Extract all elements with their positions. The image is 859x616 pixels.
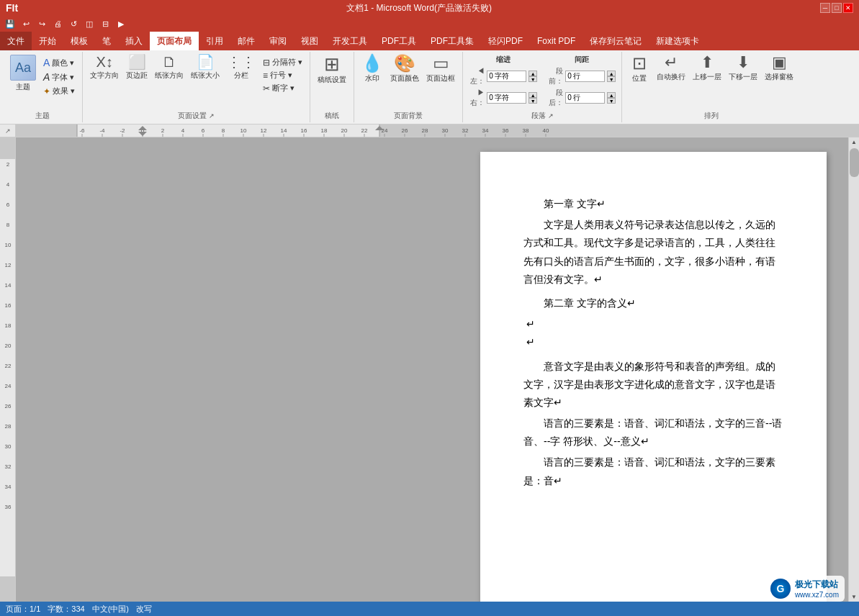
text-direction-button[interactable]: X↕ 文字方向 [87,53,122,82]
menu-file[interactable]: 文件 [0,32,32,50]
margins-button[interactable]: ⬜ 页边距 [123,53,150,82]
menu-view[interactable]: 视图 [294,32,325,50]
indent-left-down[interactable]: ▼ [529,76,537,82]
color-button[interactable]: A 颜色 ▾ [40,56,78,69]
pagecolor-button[interactable]: 🎨 页面颜色 [387,53,422,85]
textwrap-button[interactable]: ↵ 自动换行 [654,53,688,83]
menu-pen[interactable]: 笔 [95,32,118,50]
ruler-corner[interactable]: ↗ [0,124,16,137]
title-bar: FIt 文档1 - Microsoft Word(产品激活失败) ─ □ ✕ [0,0,859,16]
document-page[interactable]: 第一章 文字↵ 文字是人类用表义符号记录表达信息以传之，久远的方式和工具。现代文… [480,152,827,602]
scroll-thumb[interactable] [850,148,859,177]
maximize-button[interactable]: □ [832,3,842,13]
status-words: 字数：334 [48,604,84,615]
position-button[interactable]: ⊡ 位置 [626,53,652,85]
spacing-before-down[interactable]: ▼ [607,76,616,82]
spacing-after-spinner[interactable]: ▲ ▼ [607,92,616,104]
menu-foxit[interactable]: Foxit PDF [530,32,583,50]
left-grey-panel [16,137,480,602]
menu-lightpdf[interactable]: 轻闪PDF [481,32,530,50]
indent-title: 缩进 [469,55,537,65]
watermark-text-block: 极光下载站 www.xz7.com [795,579,839,599]
close-button[interactable]: ✕ [843,3,853,13]
font-button[interactable]: A 字体 ▾ [40,71,78,83]
qa-view[interactable]: ◫ [82,17,96,30]
qa-save[interactable]: 💾 [3,17,17,30]
columns-button[interactable]: ⋮⋮ 分栏 [224,53,258,82]
app-logo: FIt [6,2,18,14]
quick-access-toolbar: 💾 ↩ ↪ 🖨 ↺ ◫ ⊟ ▶ [0,16,859,32]
color-label: 颜色 ▾ [52,58,74,68]
indent-right-down[interactable]: ▼ [529,98,537,104]
qa-redo[interactable]: ↪ [35,17,49,30]
theme-button[interactable]: Aa 主题 [7,53,39,94]
grid-settings-label: 稿纸设置 [318,75,346,85]
minimize-button[interactable]: ─ [820,3,830,13]
svg-text:24: 24 [5,383,12,389]
svg-text:20: 20 [341,127,348,134]
spacing-before-spinner[interactable]: ▲ ▼ [607,71,616,82]
ribbon-group-paragraph: 缩进 ◀左： ▲ ▼ ▶右： ▲ ▼ [463,52,622,122]
qa-more[interactable]: ▶ [114,17,128,30]
indent-left-input[interactable] [487,71,526,82]
document-area[interactable]: 第一章 文字↵ 文字是人类用表义符号记录表达信息以传之，久远的方式和工具。现代文… [16,137,859,602]
pageborder-button[interactable]: ▭ 页面边框 [423,53,458,85]
menu-insert[interactable]: 插入 [118,32,150,50]
grid-settings-button[interactable]: ⊞ 稿纸设置 [315,53,349,86]
orientation-button[interactable]: 🗋 纸张方向 [152,53,186,82]
status-bar: 页面：1/1 字数：334 中文(中国) 改写 [0,602,859,616]
svg-rect-57 [0,576,16,602]
menu-review[interactable]: 审阅 [262,32,294,50]
linenumbers-button[interactable]: ≡ 行号 ▾ [260,69,305,81]
hyphenation-button[interactable]: ✂ 断字 ▾ [260,82,305,94]
qa-print[interactable]: 🖨 [50,17,65,30]
indent-right-input[interactable] [487,92,526,104]
title-bar-controls[interactable]: ─ □ ✕ [820,3,853,13]
selectionpane-button[interactable]: ▣ 选择窗格 [762,53,796,83]
spacing-before-up[interactable]: ▲ [607,71,616,76]
spacing-before-row: 段前： ▲ ▼ [547,66,616,86]
title-bar-left: FIt [6,2,18,14]
indent-right-up[interactable]: ▲ [529,92,537,98]
bringforward-button[interactable]: ⬆ 上移一层 [690,53,724,83]
menu-home[interactable]: 开始 [32,32,63,50]
indent-left-spinner[interactable]: ▲ ▼ [529,71,537,82]
breaks-button[interactable]: ⊟ 分隔符 ▾ [260,56,305,68]
color-icon: A [43,57,50,68]
spacing-after-down[interactable]: ▼ [607,98,616,104]
qa-minimize-ribbon[interactable]: ⊟ [98,17,112,30]
effects-icon: ✦ [43,86,50,96]
menu-mailings[interactable]: 邮件 [230,32,262,50]
columns-icon: ⋮⋮ [227,55,256,69]
menu-references[interactable]: 引用 [199,32,230,50]
spacing-after-input[interactable] [565,92,605,104]
qa-undo[interactable]: ↩ [19,17,33,30]
scroll-up-button[interactable]: ▲ [850,137,858,147]
papersize-button[interactable]: 📄 纸张大小 [188,53,222,82]
watermark-button[interactable]: 💧 水印 [359,53,386,85]
menu-layout[interactable]: 页面布局 [150,32,199,50]
indent-left-up[interactable]: ▲ [529,71,537,76]
svg-text:2: 2 [6,161,10,168]
bringforward-label: 上移一层 [693,72,721,82]
menu-template[interactable]: 模板 [63,32,95,50]
indent-left-label: ◀左： [469,66,485,86]
ribbon-group-grid: ⊞ 稿纸设置 稿纸 [310,52,354,122]
indent-right-spinner[interactable]: ▲ ▼ [529,92,537,104]
effects-button[interactable]: ✦ 效果 ▾ [40,85,78,97]
qa-refresh[interactable]: ↺ [66,17,81,30]
spacing-after-up[interactable]: ▲ [607,92,616,98]
menu-pdf-toolkit[interactable]: PDF工具集 [423,32,481,50]
menu-newtab[interactable]: 新建选项卡 [649,32,706,50]
sendbackward-button[interactable]: ⬇ 下移一层 [726,53,760,83]
menu-cloudnote[interactable]: 保存到云笔记 [583,32,649,50]
spacing-before-input[interactable] [565,71,605,82]
menu-pdf-tools[interactable]: PDF工具 [374,32,423,50]
menu-developer[interactable]: 开发工具 [325,32,374,50]
scroll-bar-vertical[interactable]: ▲ ▼ [848,137,859,602]
para4: 语言的三要素是：语音、词汇和语法，文字的三要素是：音↵ [523,453,783,489]
document-content[interactable]: 第一章 文字↵ 文字是人类用表义符号记录表达信息以传之，久远的方式和工具。现代文… [523,195,783,490]
svg-text:28: 28 [5,423,12,430]
scroll-down-button[interactable]: ▼ [850,592,858,602]
status-mode: 改写 [136,604,152,615]
